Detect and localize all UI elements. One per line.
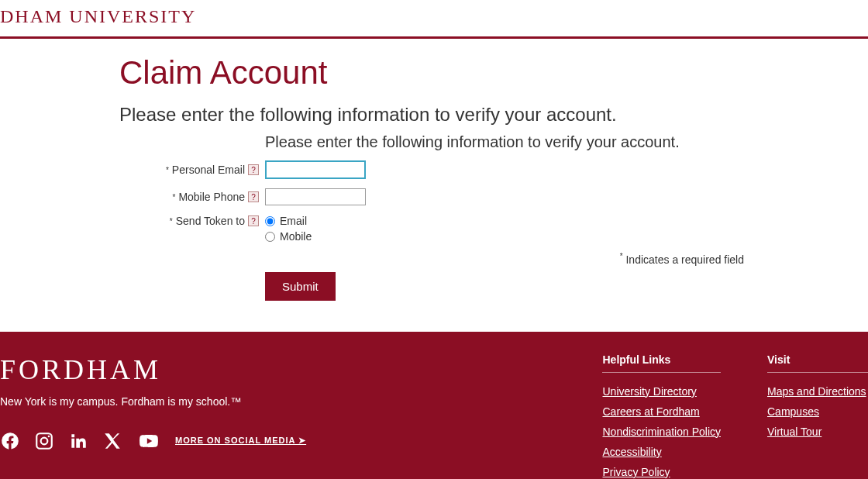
svg-point-0 [41,437,48,444]
radio-mobile-input[interactable] [265,232,275,242]
page-title: Claim Account [119,54,868,91]
x-icon[interactable] [102,431,122,451]
more-social-link[interactable]: MORE ON SOCIAL MEDIA ➤ [175,436,306,446]
radio-email-item[interactable]: Email [265,215,312,227]
linkedin-icon[interactable] [68,431,88,451]
submit-button[interactable]: Submit [265,272,336,301]
footer-link-maps[interactable]: Maps and Directions [767,385,868,398]
footer-link-accessibility[interactable]: Accessibility [602,446,721,458]
email-input[interactable] [265,160,366,179]
brand-title: DHAM UNIVERSITY [0,6,868,27]
page-subtitle: Please enter the following information t… [119,104,868,126]
footer-link-nondiscrimination[interactable]: Nondiscrimination Policy [602,426,721,438]
phone-label: Mobile Phone [178,191,245,203]
help-icon[interactable]: ? [248,215,259,226]
token-row: * Send Token to ? Email Mobile [119,215,868,243]
social-row: MORE ON SOCIAL MEDIA ➤ [0,431,602,451]
token-label: Send Token to [176,215,245,227]
radio-mobile-item[interactable]: Mobile [265,230,312,243]
footer-link-careers[interactable]: Careers at Fordham [602,405,721,418]
footer-link-campuses[interactable]: Campuses [767,405,868,418]
required-asterisk: * [170,217,173,226]
footer-tagline: New York is my campus. Fordham is my sch… [0,395,602,408]
phone-row: * Mobile Phone ? [119,188,868,205]
helpful-title: Helpful Links [602,353,721,373]
required-note: * Indicates a required field [119,252,868,266]
help-icon[interactable]: ? [248,191,259,202]
help-icon[interactable]: ? [248,164,259,175]
footer-link-tour[interactable]: Virtual Tour [767,426,868,438]
facebook-icon[interactable] [0,431,20,451]
footer-link-directory[interactable]: University Directory [602,385,721,398]
svg-point-1 [48,435,50,437]
instagram-icon[interactable] [34,431,54,451]
form-intro: Please enter the following information t… [265,133,868,151]
footer-helpful-col: Helpful Links University Directory Caree… [602,353,721,479]
visit-title: Visit [767,353,868,373]
email-row: * Personal Email ? [119,160,868,179]
radio-mobile-label: Mobile [280,230,312,243]
header: DHAM UNIVERSITY [0,0,868,36]
main-content: Claim Account Please enter the following… [0,39,868,332]
youtube-icon[interactable] [136,431,161,451]
radio-email-input[interactable] [265,216,275,226]
footer-logo: FORDHAM [0,353,602,386]
phone-input[interactable] [265,188,366,205]
footer-link-privacy[interactable]: Privacy Policy [602,466,721,478]
footer: FORDHAM New York is my campus. Fordham i… [0,332,868,479]
footer-visit-col: Visit Maps and Directions Campuses Virtu… [767,353,868,479]
radio-email-label: Email [280,215,307,227]
required-asterisk: * [172,193,175,202]
required-asterisk: * [166,166,169,174]
email-label: Personal Email [172,164,245,176]
